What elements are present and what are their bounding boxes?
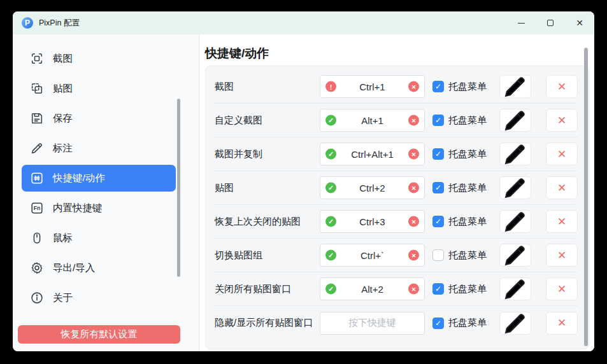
hotkey-input[interactable]: 按下快捷键	[320, 312, 425, 335]
clear-hotkey-icon[interactable]: ✕	[408, 284, 419, 295]
clear-hotkey-icon[interactable]: ✕	[408, 183, 419, 193]
hotkey-row: 截图并复制 ✓ Ctrl+Alt+1 ✕ ✓ 托盘菜单 ✕	[215, 137, 578, 171]
tray-menu-label: 托盘菜单	[448, 182, 487, 194]
sidebar-item-info[interactable]: 关于	[22, 284, 176, 311]
pin-image-icon	[30, 81, 44, 95]
svg-text:Fn: Fn	[34, 205, 41, 211]
tray-menu-label: 托盘菜单	[448, 317, 487, 329]
hotkey-row: 恢复上次关闭的贴图 ✓ Ctrl+3 ✕ ✓ 托盘菜单 ✕	[215, 205, 578, 239]
sidebar-item-label: 鼠标	[53, 232, 73, 245]
hotkey-value: Ctrl+2	[359, 183, 385, 193]
tray-menu-label: 托盘菜单	[448, 283, 487, 295]
action-label: 自定义截图	[215, 115, 320, 127]
status-ok-icon: ✓	[325, 250, 336, 261]
info-icon	[30, 291, 44, 305]
pencil-icon	[30, 141, 44, 155]
tray-menu-label: 托盘菜单	[448, 115, 487, 127]
edit-hotkey-button[interactable]	[499, 312, 531, 335]
hotkey-value: Ctrl+`	[361, 250, 384, 261]
tray-menu-checkbox[interactable]: ✓	[432, 115, 444, 126]
gear-icon	[30, 261, 44, 275]
delete-hotkey-button[interactable]: ✕	[546, 244, 578, 267]
delete-hotkey-button[interactable]: ✕	[546, 176, 578, 199]
hotkey-input[interactable]: ✓ Ctrl+2 ✕	[320, 176, 425, 199]
hotkey-input[interactable]: ! Ctrl+1 ✕	[320, 75, 425, 98]
tray-menu-checkbox[interactable]: ✓	[432, 182, 444, 193]
edit-hotkey-button[interactable]	[499, 244, 531, 267]
hotkey-row: 隐藏/显示所有贴图窗口 按下快捷键 ✓ 托盘菜单 ✕	[215, 306, 578, 340]
clear-hotkey-icon[interactable]: ✕	[408, 81, 419, 92]
action-label: 截图	[215, 81, 320, 93]
minimize-button[interactable]	[506, 11, 536, 34]
main-scrollbar[interactable]	[584, 48, 588, 346]
delete-hotkey-button[interactable]: ✕	[546, 312, 578, 335]
tray-menu-checkbox[interactable]: ✓	[432, 81, 444, 92]
tray-menu-option: ✓ 托盘菜单	[432, 216, 490, 228]
sidebar-item-label: 导出/导入	[53, 262, 95, 275]
sidebar-item-pencil[interactable]: 标注	[22, 135, 176, 162]
tray-menu-option: ✓ 托盘菜单	[432, 148, 490, 160]
edit-hotkey-button[interactable]	[499, 277, 531, 300]
hotkey-value: 按下快捷键	[348, 317, 396, 329]
tray-menu-checkbox[interactable]: ✓	[432, 216, 444, 227]
maximize-button[interactable]	[536, 11, 565, 34]
edit-hotkey-button[interactable]	[499, 176, 531, 199]
edit-hotkey-button[interactable]	[499, 109, 531, 132]
sidebar-item-gear[interactable]: 导出/导入	[22, 255, 176, 281]
hotkey-row: 切换贴图组 ✓ Ctrl+` ✕ ✓ 托盘菜单 ✕	[215, 239, 578, 272]
delete-hotkey-button[interactable]: ✕	[546, 277, 578, 300]
sidebar-item-pin-image[interactable]: 贴图	[22, 75, 176, 102]
hotkey-input[interactable]: ✓ Ctrl+` ✕	[320, 244, 425, 267]
hotkey-value: Alt+1	[361, 115, 383, 126]
close-icon: ✕	[576, 18, 583, 27]
edit-hotkey-button[interactable]	[499, 143, 531, 165]
delete-hotkey-button[interactable]: ✕	[546, 210, 578, 233]
hotkey-value: Ctrl+3	[359, 216, 385, 227]
tray-menu-option: ✓ 托盘菜单	[432, 182, 490, 194]
tray-menu-label: 托盘菜单	[448, 249, 487, 262]
action-label: 贴图	[215, 182, 320, 194]
tray-menu-option: ✓ 托盘菜单	[432, 81, 490, 93]
clear-hotkey-icon[interactable]: ✕	[408, 149, 419, 160]
hotkey-row: 关闭所有贴图窗口 ✓ Alt+2 ✕ ✓ 托盘菜单 ✕	[215, 272, 578, 306]
hotkey-input[interactable]: ✓ Ctrl+Alt+1 ✕	[320, 143, 425, 165]
fn-key-icon: Fn	[30, 201, 44, 215]
sidebar-item-hotkey-hash[interactable]: 快捷键/动作	[22, 165, 176, 192]
mouse-icon	[30, 231, 44, 245]
minimize-icon	[518, 23, 525, 24]
delete-hotkey-button[interactable]: ✕	[546, 109, 578, 132]
clear-hotkey-icon[interactable]: ✕	[408, 115, 419, 126]
action-label: 截图并复制	[215, 148, 320, 160]
tray-menu-checkbox[interactable]: ✓	[432, 249, 444, 261]
sidebar-item-label: 贴图	[53, 82, 73, 95]
delete-hotkey-button[interactable]: ✕	[546, 75, 578, 98]
sidebar-item-label: 关于	[53, 291, 73, 305]
hotkey-input[interactable]: ✓ Ctrl+3 ✕	[320, 210, 425, 233]
edit-hotkey-button[interactable]	[499, 210, 531, 233]
sidebar-item-fn-key[interactable]: Fn 内置快捷键	[22, 195, 176, 221]
hotkey-input[interactable]: ✓ Alt+1 ✕	[320, 109, 425, 132]
delete-hotkey-button[interactable]: ✕	[546, 143, 578, 165]
close-button[interactable]: ✕	[565, 11, 594, 34]
hotkey-row: 截图 ! Ctrl+1 ✕ ✓ 托盘菜单 ✕	[215, 70, 578, 104]
sidebar-item-crop[interactable]: 截图	[22, 45, 176, 72]
tray-menu-checkbox[interactable]: ✓	[432, 283, 444, 295]
sidebar-item-save[interactable]: 保存	[22, 105, 176, 132]
reset-defaults-button[interactable]: 恢复所有默认设置	[18, 325, 180, 344]
sidebar-item-mouse[interactable]: 鼠标	[22, 225, 176, 251]
page-title: 快捷键/动作	[205, 45, 269, 62]
pixpin-logo-icon: P	[22, 17, 33, 29]
status-ok-icon: ✓	[325, 115, 336, 126]
clear-hotkey-icon[interactable]: ✕	[408, 216, 419, 227]
status-ok-icon: ✓	[325, 149, 336, 160]
hotkey-input[interactable]: ✓ Alt+2 ✕	[320, 277, 425, 300]
action-label: 切换贴图组	[215, 249, 320, 262]
sidebar-scrollbar[interactable]	[177, 99, 180, 277]
edit-hotkey-button[interactable]	[499, 75, 531, 98]
sidebar-item-label: 截图	[53, 52, 73, 66]
tray-menu-checkbox[interactable]: ✓	[432, 148, 444, 160]
tray-menu-checkbox[interactable]: ✓	[432, 318, 444, 329]
tray-menu-option: ✓ 托盘菜单	[432, 317, 490, 329]
status-ok-icon: ✓	[325, 216, 336, 227]
clear-hotkey-icon[interactable]: ✕	[408, 250, 419, 261]
